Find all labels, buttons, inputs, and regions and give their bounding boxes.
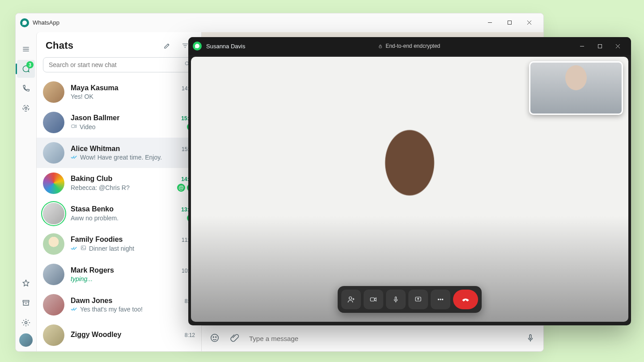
svg-rect-17 [72, 125, 75, 127]
svg-rect-1 [508, 21, 511, 25]
whatsapp-logo-icon [20, 18, 29, 27]
chats-unread-badge: 3 [26, 61, 34, 68]
window-maximize-button[interactable] [500, 16, 519, 29]
chat-preview: typing... [71, 275, 195, 282]
avatar [43, 81, 64, 103]
svg-point-8 [23, 105, 29, 111]
message-input[interactable] [249, 331, 516, 346]
chat-name: Baking Club [71, 175, 112, 183]
call-window-close-button[interactable] [609, 40, 627, 52]
more-options-button[interactable] [431, 290, 450, 309]
search-input[interactable] [43, 57, 195, 72]
phone-icon [21, 84, 30, 93]
chat-preview: Dinner last night [89, 245, 195, 252]
new-chat-button[interactable] [160, 38, 174, 53]
chat-time: 8:12 [185, 332, 195, 338]
read-ticks-icon [71, 245, 78, 252]
chat-item[interactable]: Baking Club14:43Rebecca: @Chris R?@1 [37, 168, 201, 198]
avatar [43, 233, 64, 255]
message-composer [202, 325, 543, 351]
share-screen-button[interactable] [408, 290, 428, 309]
chat-item[interactable]: Mark Rogers10:55typing... [37, 259, 201, 290]
chat-name: Maya Kasuma [71, 84, 119, 92]
chat-preview: Yes that's my fave too! [80, 306, 195, 313]
mention-badge: @ [177, 184, 185, 192]
svg-rect-33 [370, 298, 374, 301]
chat-name: Mark Rogers [71, 266, 114, 274]
chat-name: Family Foodies [71, 236, 123, 244]
nav-archived[interactable] [17, 294, 35, 312]
nav-rail: 3 [16, 32, 36, 351]
lock-icon [378, 44, 383, 49]
svg-point-38 [440, 299, 441, 300]
svg-point-21 [213, 337, 214, 337]
avatar [43, 264, 64, 285]
video-call-window: Susanna Davis End-to-end endcrypted [188, 37, 631, 325]
call-controls [338, 286, 482, 313]
end-call-button[interactable] [453, 290, 478, 309]
toggle-camera-button[interactable] [364, 290, 383, 309]
chat-item[interactable]: Stasa Benko13:50Aww no problem.2 [37, 198, 201, 229]
chat-preview: Aww no problem. [71, 215, 185, 222]
window-close-button[interactable] [519, 16, 539, 29]
gear-icon [21, 318, 30, 327]
chat-name: Jason Ballmer [71, 114, 119, 122]
self-video-pip[interactable] [529, 61, 623, 115]
voice-message-button[interactable] [525, 333, 535, 344]
archive-icon [21, 299, 30, 307]
nav-calls[interactable] [17, 80, 35, 97]
svg-rect-34 [395, 297, 397, 300]
attach-button[interactable] [229, 333, 239, 344]
avatar [43, 142, 64, 164]
app-title: WhatsApp [33, 19, 59, 26]
call-encryption-label: End-to-end endcrypted [386, 43, 440, 49]
chat-list-panel: Chats Maya Kasuma14:58Yes! OKJason Ballm… [36, 32, 202, 351]
window-minimize-button[interactable] [480, 16, 500, 29]
avatar [43, 112, 64, 133]
call-caller-name: Susanna Davis [206, 43, 245, 50]
call-titlebar: Susanna Davis End-to-end endcrypted [188, 37, 631, 55]
status-icon [21, 104, 30, 113]
svg-point-11 [25, 322, 27, 324]
svg-rect-18 [81, 246, 86, 250]
remote-video [191, 57, 628, 322]
avatar [43, 324, 64, 346]
nav-chats[interactable]: 3 [17, 60, 35, 78]
chat-name: Stasa Benko [71, 205, 114, 213]
chat-item[interactable]: Alice Whitman15:15Wow! Have great time. … [37, 138, 201, 168]
svg-point-7 [25, 107, 27, 109]
compose-icon [163, 42, 171, 50]
chat-preview: Yes! OK [71, 93, 187, 100]
nav-starred[interactable] [17, 274, 35, 292]
chat-list-title: Chats [46, 40, 160, 51]
chat-item[interactable]: Maya Kasuma14:58Yes! OK [37, 77, 201, 107]
nav-profile-avatar[interactable] [19, 333, 33, 347]
chat-preview: Rebecca: @Chris R? [71, 184, 175, 191]
star-icon [21, 279, 30, 288]
nav-status[interactable] [17, 99, 35, 117]
image-icon [80, 244, 87, 253]
chat-name: Ziggy Woodley [71, 331, 121, 339]
chat-item[interactable]: Family Foodies11:23Dinner last night [37, 229, 201, 259]
svg-point-22 [216, 337, 216, 337]
nav-menu[interactable] [17, 40, 35, 58]
whatsapp-logo-icon [193, 42, 202, 51]
call-window-minimize-button[interactable] [573, 40, 591, 52]
svg-point-30 [349, 297, 352, 299]
chat-item[interactable]: Dawn Jones8:30Yes that's my fave too! [37, 290, 201, 320]
read-ticks-icon [71, 306, 78, 313]
nav-settings[interactable] [17, 314, 35, 332]
avatar [43, 203, 64, 224]
add-participant-button[interactable] [341, 290, 361, 309]
svg-rect-25 [379, 46, 382, 48]
chat-name: Alice Whitman [71, 145, 120, 153]
chat-item[interactable]: Jason Ballmer15:20Video3 [37, 107, 201, 138]
toggle-mic-button[interactable] [386, 290, 406, 309]
svg-rect-23 [530, 335, 531, 339]
svg-point-37 [438, 299, 439, 300]
titlebar: WhatsApp [16, 13, 543, 32]
chat-item[interactable]: Ziggy Woodley8:12 [37, 320, 201, 350]
chat-list[interactable]: Maya Kasuma14:58Yes! OKJason Ballmer15:2… [37, 77, 201, 351]
call-window-maximize-button[interactable] [591, 40, 609, 52]
emoji-button[interactable] [210, 333, 220, 344]
